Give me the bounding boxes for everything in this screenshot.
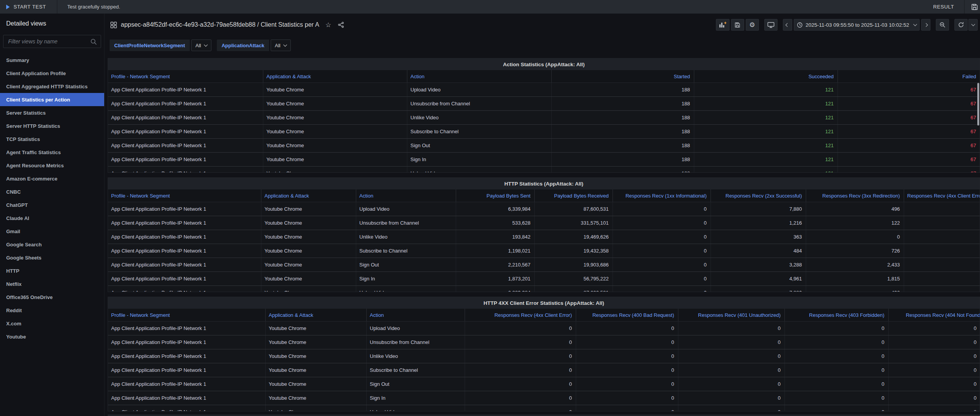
sidebar-item[interactable]: Reddit	[0, 304, 104, 317]
cell: Youtube Chrome	[261, 202, 356, 216]
cell: Youtube Chrome	[266, 377, 367, 391]
column-header[interactable]: Responses Recv (4xx Client Error)	[904, 189, 980, 202]
column-header[interactable]: Profile - Network Segment	[108, 309, 266, 321]
column-header[interactable]: Responses Recv (1xx Informational)	[613, 189, 711, 202]
column-header[interactable]: Payload Bytes Received	[535, 189, 613, 202]
cell: Unsubscribe from Channel	[407, 97, 552, 110]
column-header[interactable]: Failed	[838, 70, 980, 83]
add-panel-button[interactable]	[716, 19, 729, 31]
cell	[904, 244, 980, 258]
dashboard-settings-button[interactable]: ⚙	[746, 19, 759, 31]
panel-http-statistics: HTTP Statistics (AppAttack: All) Profile…	[108, 177, 980, 292]
start-test-button[interactable]: START TEST	[0, 4, 57, 10]
sidebar-item[interactable]: CNBC	[0, 185, 104, 198]
variable-control: ClientProfileNetworkSegmentAll	[110, 40, 211, 51]
time-shift-forward-button[interactable]	[921, 19, 930, 31]
column-header[interactable]: Responses Recv (401 Unauthorized)	[678, 309, 785, 321]
variable-value-dropdown[interactable]: All	[271, 40, 291, 51]
sidebar-item[interactable]: Google Sheets	[0, 251, 104, 264]
filter-views-input[interactable]	[7, 38, 90, 45]
cell: 0	[465, 335, 576, 349]
cell: Youtube Chrome	[261, 230, 356, 244]
column-header[interactable]: Profile - Network Segment	[108, 70, 263, 83]
cell: 0	[465, 321, 576, 335]
sidebar-item[interactable]: Summary	[0, 53, 104, 67]
table-row: App Client Application Profile-IP Networ…	[108, 405, 980, 411]
panel-title[interactable]: HTTP 4XX Client Error Statistics (AppAtt…	[108, 297, 980, 309]
sidebar-item[interactable]: Gmail	[0, 225, 104, 238]
column-header[interactable]: Responses Recv (403 Forbidden)	[785, 309, 889, 321]
cell: 0	[576, 349, 678, 363]
table-row: App Client Application Profile-IP Networ…	[108, 391, 980, 405]
tv-mode-button[interactable]	[764, 19, 777, 31]
column-header[interactable]: Application & Attack	[266, 309, 367, 321]
time-shift-back-button[interactable]	[783, 19, 792, 31]
save-test-button[interactable]	[965, 3, 980, 10]
http-4xx-statistics-table: Profile - Network SegmentApplication & A…	[108, 309, 980, 411]
cell: 188	[552, 153, 694, 166]
result-button[interactable]: RESULT	[923, 4, 964, 10]
column-header[interactable]: Action	[356, 189, 456, 202]
cell: Sign In	[367, 391, 465, 405]
cell: Sign Out	[367, 377, 465, 391]
sidebar-item[interactable]: Office365 OneDrive	[0, 291, 104, 304]
column-header[interactable]: Application & Attack	[263, 70, 407, 83]
sidebar-item[interactable]: Agent Traffic Statistics	[0, 146, 104, 159]
sidebar-item[interactable]: Server HTTP Statistics	[0, 119, 104, 132]
zoom-out-time-button[interactable]	[936, 19, 949, 31]
sidebar-item[interactable]: TCP Statistics	[0, 132, 104, 146]
sidebar-item[interactable]: Agent Resource Metrics	[0, 159, 104, 172]
sidebar-item[interactable]: HTTP	[0, 264, 104, 277]
sidebar-item[interactable]: Client Aggregated HTTP Statistics	[0, 80, 104, 93]
sidebar-item[interactable]: Client Statistics per Action	[0, 93, 104, 106]
sidebar-item[interactable]: Client Application Profile	[0, 67, 104, 80]
sidebar-item[interactable]: X.com	[0, 317, 104, 330]
column-header[interactable]: Payload Bytes Sent	[456, 189, 535, 202]
chevron-down-icon	[971, 22, 975, 26]
variable-value-dropdown[interactable]: All	[191, 40, 211, 51]
time-range-picker[interactable]: 2025-11-03 09:55:50 to 2025-11-03 10:02:…	[794, 19, 920, 31]
cell: 1,873,201	[456, 272, 535, 285]
panel-title[interactable]: HTTP Statistics (AppAttack: All)	[108, 178, 980, 189]
sidebar-item[interactable]: Claude AI	[0, 211, 104, 225]
next-panel-partial	[108, 414, 980, 416]
breadcrumb[interactable]: appsec-a84f52df-ec6c-4e93-a32d-79ae58fde…	[121, 21, 319, 28]
sidebar-item[interactable]: Amazon E-commerce	[0, 172, 104, 185]
table-scrollbar[interactable]	[977, 83, 979, 125]
test-status-message: Test gracefully stopped.	[67, 4, 120, 10]
column-header[interactable]: Responses Recv (4xx Client Error)	[465, 309, 576, 321]
column-header[interactable]: Responses Recv (400 Bad Request)	[576, 309, 678, 321]
cell: 0	[806, 230, 904, 244]
save-dashboard-button[interactable]	[731, 19, 744, 31]
column-header[interactable]: Action	[407, 70, 552, 83]
refresh-interval-dropdown[interactable]	[968, 19, 978, 31]
refresh-button[interactable]	[954, 19, 968, 31]
cell: 188	[552, 111, 694, 124]
share-icon[interactable]	[338, 22, 344, 28]
cell: 87,600,531	[535, 202, 613, 216]
dashboard-toolbar: ⚙ 2025-11-03 09:55:50 to 2025-11-03 10:0…	[714, 19, 978, 31]
sidebar-item[interactable]: ChatGPT	[0, 198, 104, 211]
column-header[interactable]: Responses Recv (2xx Successful)	[711, 189, 806, 202]
column-header[interactable]: Profile - Network Segment	[108, 189, 261, 202]
sidebar-item[interactable]: Server Statistics	[0, 106, 104, 119]
column-header[interactable]: Responses Recv (404 Not Found)	[889, 309, 980, 321]
panel-title[interactable]: Action Statistics (AppAttack: All)	[108, 58, 980, 70]
sidebar-item[interactable]: Google Search	[0, 238, 104, 251]
cell: 67	[838, 167, 980, 173]
sidebar-item[interactable]: Netflix	[0, 277, 104, 291]
variable-label[interactable]: ApplicationAttack	[217, 40, 269, 51]
column-header[interactable]: Succeeded	[694, 70, 838, 83]
cell: 121	[694, 139, 838, 152]
column-header[interactable]: Responses Recv (3xx Redirection)	[806, 189, 904, 202]
star-icon[interactable]: ☆	[325, 22, 331, 28]
variable-label[interactable]: ClientProfileNetworkSegment	[110, 40, 190, 51]
column-header[interactable]: Action	[367, 309, 465, 321]
column-header[interactable]: Application & Attack	[261, 189, 356, 202]
cell	[904, 202, 980, 216]
table-row: App Client Application Profile-IP Networ…	[108, 111, 980, 125]
sidebar-item[interactable]: Youtube	[0, 330, 104, 343]
column-header[interactable]: Started	[552, 70, 694, 83]
cell: 19,903,686	[535, 258, 613, 272]
sidebar-title: Detailed views	[6, 20, 98, 27]
